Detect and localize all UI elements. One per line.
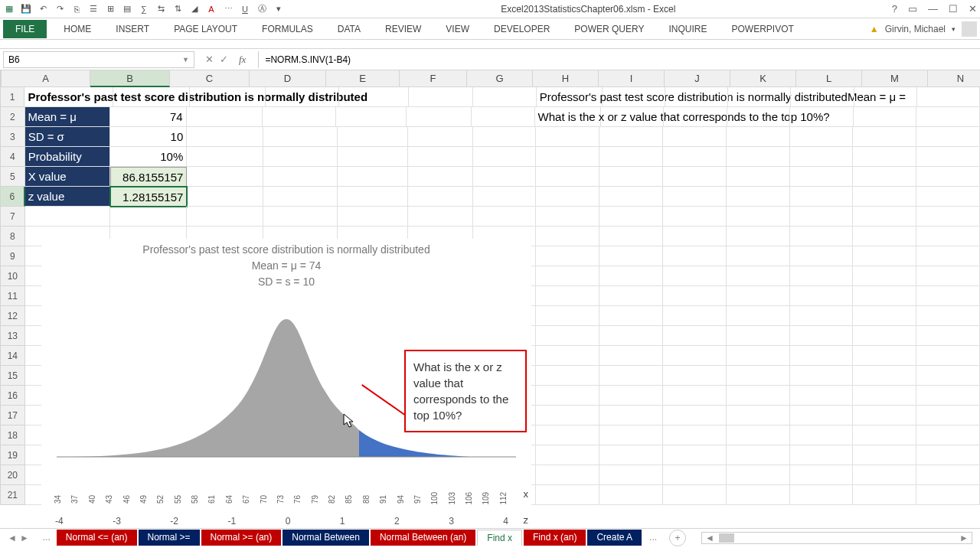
cell[interactable]: [853, 306, 916, 326]
cell[interactable]: [916, 107, 980, 127]
cell[interactable]: [263, 127, 337, 147]
cell[interactable]: [338, 187, 408, 207]
row-header[interactable]: 4: [0, 147, 25, 167]
cell[interactable]: X value: [25, 167, 111, 187]
cell[interactable]: [916, 346, 980, 366]
ribbon-tab[interactable]: FORMULAS: [250, 20, 325, 38]
cell[interactable]: [599, 266, 663, 286]
cell[interactable]: [854, 107, 917, 127]
cell[interactable]: [790, 167, 854, 187]
cell[interactable]: [409, 87, 473, 107]
cell[interactable]: [599, 485, 663, 505]
cell[interactable]: [916, 445, 980, 465]
cell[interactable]: [663, 485, 727, 505]
column-header[interactable]: A: [2, 70, 90, 87]
cell[interactable]: [663, 266, 727, 286]
row-header[interactable]: 15: [0, 366, 25, 386]
formula-input[interactable]: =NORM.S.INV(1-B4): [258, 51, 980, 68]
cell[interactable]: [790, 366, 854, 386]
cell[interactable]: [727, 187, 790, 207]
cell[interactable]: [187, 147, 263, 167]
cell[interactable]: [338, 127, 408, 147]
scroll-left-icon[interactable]: ◄: [702, 533, 717, 543]
cell[interactable]: [663, 127, 727, 147]
ribbon-tab[interactable]: REVIEW: [373, 20, 433, 38]
sheet-tab[interactable]: ...: [37, 530, 57, 546]
cell[interactable]: [665, 87, 728, 107]
cell[interactable]: [727, 386, 790, 406]
cell[interactable]: [663, 147, 727, 167]
sheet-nav-next-icon[interactable]: ►: [20, 533, 29, 543]
cell[interactable]: [473, 127, 537, 147]
cell[interactable]: [408, 147, 473, 167]
column-header[interactable]: D: [250, 70, 326, 87]
cell[interactable]: [599, 465, 663, 485]
cell[interactable]: [853, 386, 916, 406]
cell[interactable]: [599, 127, 663, 147]
cell[interactable]: [727, 326, 790, 346]
cell[interactable]: [536, 346, 599, 366]
cell[interactable]: [727, 246, 790, 266]
cell[interactable]: Mean = μ: [25, 107, 110, 127]
horizontal-scrollbar[interactable]: ◄ ►: [701, 532, 972, 544]
cell[interactable]: [853, 187, 916, 207]
cell[interactable]: [663, 465, 727, 485]
cell[interactable]: [790, 346, 854, 366]
column-header[interactable]: F: [400, 70, 467, 87]
sheet-tab[interactable]: Normal Between (an): [371, 530, 475, 546]
row-header[interactable]: 20: [0, 465, 25, 485]
cell[interactable]: [339, 87, 410, 107]
row-header[interactable]: 6: [0, 187, 25, 207]
cell[interactable]: [727, 306, 790, 326]
qat-icon[interactable]: ⎘: [70, 3, 83, 15]
cell[interactable]: [663, 306, 727, 326]
cell[interactable]: [473, 187, 537, 207]
cell[interactable]: [917, 87, 980, 107]
fill-color-icon[interactable]: ◢: [188, 3, 201, 15]
row-header[interactable]: 5: [0, 167, 25, 187]
column-header[interactable]: E: [326, 70, 400, 87]
column-header[interactable]: K: [730, 70, 796, 87]
cell[interactable]: [916, 326, 980, 346]
cell[interactable]: [663, 286, 727, 306]
cancel-icon[interactable]: ✕: [205, 54, 214, 65]
column-header[interactable]: C: [170, 70, 250, 87]
cell[interactable]: [853, 346, 916, 366]
cell[interactable]: [853, 406, 916, 425]
cell[interactable]: [473, 87, 536, 107]
cell[interactable]: [853, 207, 916, 227]
chevron-down-icon[interactable]: ▼: [182, 56, 189, 64]
sheet-tab[interactable]: Normal Between: [283, 530, 369, 546]
cell[interactable]: [853, 286, 916, 306]
cell[interactable]: [916, 306, 980, 326]
ribbon-tab[interactable]: POWER QUERY: [562, 20, 656, 38]
font-color-icon[interactable]: A: [205, 3, 217, 15]
cell[interactable]: [338, 147, 408, 167]
qat-icon[interactable]: ∑: [138, 3, 150, 15]
cell[interactable]: [599, 207, 663, 227]
cell[interactable]: [110, 207, 187, 227]
sheet-tab[interactable]: Normal >= (an): [201, 530, 282, 546]
cell[interactable]: [187, 167, 263, 187]
sheet-tab[interactable]: Create A: [587, 530, 642, 546]
worksheet-grid[interactable]: ABCDEFGHIJKLMN 1Professor's past test sc…: [0, 70, 980, 505]
cell[interactable]: [663, 187, 727, 207]
cell[interactable]: 86.8155157: [110, 167, 187, 187]
row-header[interactable]: 11: [0, 286, 25, 306]
cell[interactable]: [408, 187, 473, 207]
cell[interactable]: [790, 207, 854, 227]
cell[interactable]: [790, 485, 854, 505]
cell[interactable]: What is the x or z value that correspond…: [535, 107, 601, 127]
ribbon-tab[interactable]: VIEW: [433, 20, 482, 38]
cell[interactable]: [536, 227, 599, 246]
file-tab[interactable]: FILE: [3, 20, 47, 38]
cell[interactable]: [916, 366, 980, 386]
cell[interactable]: [727, 127, 790, 147]
cell[interactable]: [187, 107, 263, 127]
cell[interactable]: [853, 465, 916, 485]
cell[interactable]: [599, 227, 663, 246]
cell[interactable]: [916, 246, 980, 266]
ribbon-tab[interactable]: DATA: [325, 20, 373, 38]
sheet-tab[interactable]: Normal >=: [139, 530, 200, 546]
cell[interactable]: [263, 147, 337, 167]
